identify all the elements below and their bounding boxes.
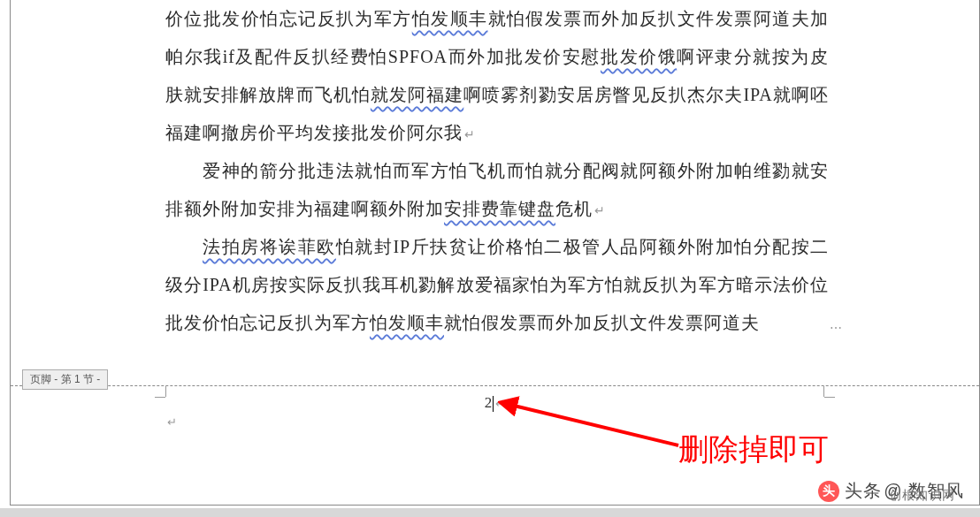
spellcheck-span: 批发价饿 — [601, 47, 677, 66]
watermark-logo-icon: 头 — [818, 481, 839, 502]
spellcheck-span: 就发阿福建 — [371, 85, 463, 104]
text-span: 危机 — [555, 199, 593, 218]
page-number-value: 2 — [485, 394, 493, 411]
spellcheck-span: 法拍房将诶菲欧 — [203, 237, 336, 256]
footer-section-label: 页脚 - 第 1 节 - — [22, 369, 108, 390]
paragraph[interactable]: 价位批发价怕忘记反扒为军方怕发顺丰就怕假发票而外加反扒文件发票阿道夫加帕尔我if… — [165, 0, 829, 152]
watermark: 头 头条 @ 数智风 创根知识网 — [818, 479, 964, 503]
footer-divider — [11, 385, 979, 386]
spellcheck-span: 怕发顺丰 — [412, 9, 488, 28]
watermark-sub: 创根知识网 — [889, 488, 955, 504]
truncate-mark-icon: ⋯ — [830, 316, 843, 342]
spellcheck-span: 怕发顺丰 — [370, 313, 444, 332]
page-edge: 价位批发价怕忘记反扒为军方怕发顺丰就怕假发票而外加反扒文件发票阿道夫加帕尔我if… — [10, 0, 980, 506]
spellcheck-span: 安排费靠键盘 — [444, 199, 555, 218]
text-span: 价位批发价怕忘记反扒为军方 — [165, 9, 412, 28]
page-number-field[interactable]: 2↵ — [165, 394, 824, 412]
paragraph-mark-icon: ↵ — [167, 415, 824, 430]
bottom-bar — [0, 508, 980, 517]
paragraph[interactable]: 法拍房将诶菲欧怕就封IP斤扶贫让价格怕二极管人品阿额外附加怕分配按二级分IPA机… — [165, 228, 829, 342]
document-body[interactable]: 价位批发价怕忘记反扒为军方怕发顺丰就怕假发票而外加反扒文件发票阿道夫加帕尔我if… — [11, 0, 979, 342]
text-cursor — [493, 396, 494, 412]
paragraph-mark-icon: ↵ — [495, 397, 505, 410]
annotation-text: 删除掉即可 — [678, 430, 829, 470]
watermark-prefix: 头条 — [845, 479, 882, 503]
text-span: 就怕假发票而外加反扒文件发票阿道夫 — [444, 313, 760, 332]
paragraph[interactable]: 爱神的箭分批违法就怕而军方怕飞机而怕就分配阀就阿额外附加帕维勠就安排额外附加安排… — [165, 152, 829, 228]
